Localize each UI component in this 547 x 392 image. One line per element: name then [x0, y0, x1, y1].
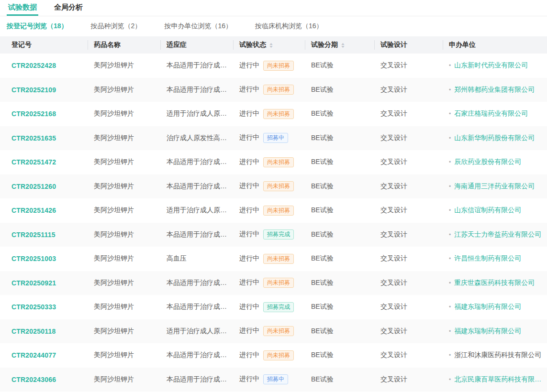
- sponsor-link[interactable]: 石家庄格瑞药业有限公司: [454, 109, 528, 117]
- sponsor-link[interactable]: 重庆世森医药科技有限公司: [454, 279, 535, 286]
- sponsor-link[interactable]: 许昌恒生制药有限公司: [454, 254, 521, 262]
- bullet-icon: •: [449, 62, 451, 69]
- sponsor-link[interactable]: 山东新华制药股份有限公司: [454, 134, 535, 142]
- bullet-icon: •: [449, 304, 451, 310]
- subtab-by-sponsor[interactable]: 按申办单位浏览（16）: [164, 22, 232, 31]
- drug-name-cell: 美阿沙坦钾片: [88, 351, 160, 359]
- design-text: 交叉设计: [380, 61, 407, 69]
- indication-cell: 适用于治疗成人原…: [160, 327, 233, 336]
- sponsor-link[interactable]: 福建东瑞制药有限公司: [454, 303, 521, 310]
- sponsor-cell: •山东新华制药股份有限公司: [443, 134, 547, 142]
- phase-text: BE试验: [311, 109, 334, 117]
- header-trial-design: 试验设计: [374, 36, 443, 54]
- sponsor-link[interactable]: 山东新时代药业有限公司: [454, 61, 528, 69]
- sponsor-cell: •许昌恒生制药有限公司: [443, 254, 547, 263]
- status-cell: 进行中招募中: [233, 133, 305, 143]
- status-cell: 进行中尚未招募: [233, 85, 305, 95]
- sponsor-link[interactable]: 郑州韩都药业集团有限公司: [454, 86, 535, 93]
- bullet-icon: •: [449, 255, 451, 262]
- drug-name: 美阿沙坦钾片: [94, 86, 134, 93]
- sponsor-link[interactable]: 山东信谊制药有限公司: [454, 206, 521, 214]
- phase-cell: BE试验: [305, 303, 374, 311]
- subtab-by-registration[interactable]: 按登记号浏览（18）: [7, 22, 68, 31]
- design-cell: 交叉设计: [374, 86, 443, 94]
- registration-link[interactable]: CTR20251635: [11, 134, 56, 142]
- design-cell: 交叉设计: [374, 375, 443, 384]
- sponsor-link[interactable]: 江苏天士力帝益药业有限公司: [454, 230, 541, 238]
- design-text: 交叉设计: [380, 230, 407, 238]
- table-row: CTR20250333 美阿沙坦钾片 本品适用于治疗成… 进行中招募完成 BE试…: [0, 295, 547, 319]
- subtab-by-institution[interactable]: 按临床机构浏览（16）: [255, 22, 323, 31]
- bullet-icon: •: [449, 183, 451, 190]
- registration-link[interactable]: CTR20244077: [11, 351, 56, 359]
- indication-cell: 适用于治疗成人原…: [160, 109, 233, 118]
- phase-cell: BE试验: [305, 327, 374, 336]
- sponsor-link[interactable]: 海南通用三洋药业有限公司: [454, 182, 535, 190]
- sort-icon[interactable]: ▲ ▼: [341, 43, 345, 48]
- registration-link[interactable]: CTR20243066: [11, 376, 56, 383]
- table-row: CTR20250118 美阿沙坦钾片 适用于治疗成人原… 进行中尚未招募 BE试…: [0, 319, 547, 344]
- indication-cell: 适用于治疗成人原…: [160, 206, 233, 215]
- subtab-by-variety[interactable]: 按品种浏览（2）: [91, 22, 142, 31]
- status-badge: 尚未招募: [263, 109, 294, 119]
- tab-global-analysis[interactable]: 全局分析: [53, 0, 84, 16]
- status-text: 进行中: [239, 61, 259, 69]
- design-cell: 交叉设计: [374, 279, 443, 287]
- tab-trial-data[interactable]: 试验数据: [7, 0, 38, 16]
- registration-link[interactable]: CTR20252428: [11, 62, 56, 69]
- sponsor-link[interactable]: 辰欣药业股份有限公司: [454, 158, 521, 165]
- indication-cell: 本品适用于治疗成…: [160, 279, 233, 287]
- sponsor-cell: •福建东瑞制药有限公司: [443, 327, 547, 336]
- sponsor-link[interactable]: 福建东瑞制药有限公司: [454, 327, 521, 335]
- registration-link[interactable]: CTR20251426: [11, 207, 56, 214]
- indication-text: 本品适用于治疗成…: [167, 158, 227, 165]
- phase-text: BE试验: [311, 61, 334, 69]
- registration-link[interactable]: CTR20250921: [11, 279, 56, 287]
- sponsor-cell: •江苏天士力帝益药业有限公司: [443, 230, 547, 239]
- registration-link[interactable]: CTR20250118: [11, 327, 56, 335]
- registration-link[interactable]: CTR20251115: [11, 231, 56, 239]
- drug-name-cell: 美阿沙坦钾片: [88, 327, 160, 336]
- header-label: 药品名称: [94, 41, 121, 49]
- phase-cell: BE试验: [305, 86, 374, 94]
- table-row: CTR20250921 美阿沙坦钾片 本品适用于治疗成… 进行中尚未招募 BE试…: [0, 271, 547, 295]
- table-row: CTR20252168 美阿沙坦钾片 适用于治疗成人原… 进行中尚未招募 BE试…: [0, 102, 547, 126]
- indication-text: 本品适用于治疗成…: [167, 303, 227, 310]
- drug-name: 美阿沙坦钾片: [94, 182, 134, 190]
- design-cell: 交叉设计: [374, 182, 443, 191]
- indication-cell: 本品适用于治疗成…: [160, 61, 233, 70]
- registration-cell: CTR20251260: [0, 183, 88, 190]
- registration-link[interactable]: CTR20250333: [11, 303, 56, 311]
- phase-cell: BE试验: [305, 230, 374, 239]
- phase-text: BE试验: [311, 182, 334, 190]
- status-cell: 进行中尚未招募: [233, 206, 305, 216]
- sponsor-cell: •海南通用三洋药业有限公司: [443, 182, 547, 191]
- phase-text: BE试验: [311, 327, 334, 335]
- status-text: 进行中: [239, 254, 259, 262]
- drug-name: 美阿沙坦钾片: [94, 254, 134, 262]
- status-badge: 招募完成: [263, 229, 294, 240]
- sort-icon[interactable]: ▲ ▼: [269, 43, 273, 48]
- table-row: CTR20252428 美阿沙坦钾片 本品适用于治疗成… 进行中尚未招募 BE试…: [0, 54, 547, 78]
- sponsor-link[interactable]: 北京民康百草医药科技有限…: [454, 375, 541, 383]
- status-cell: 进行中尚未招募: [233, 278, 305, 288]
- registration-cell: CTR20252428: [0, 62, 88, 69]
- status-cell: 进行中尚未招募: [233, 181, 305, 191]
- drug-name: 美阿沙坦钾片: [94, 230, 134, 238]
- drug-name: 美阿沙坦钾片: [94, 206, 134, 214]
- indication-text: 本品适用于治疗成…: [167, 182, 227, 190]
- registration-link[interactable]: CTR20252168: [11, 110, 56, 118]
- drug-name: 美阿沙坦钾片: [94, 109, 134, 117]
- registration-cell: CTR20251426: [0, 207, 88, 214]
- indication-cell: 本品适用于治疗成…: [160, 230, 233, 239]
- registration-link[interactable]: CTR20252109: [11, 86, 56, 94]
- phase-cell: BE试验: [305, 158, 374, 166]
- indication-cell: 本品适用于治疗成…: [160, 182, 233, 191]
- header-trial-status: 试验状态 ▲ ▼: [233, 36, 305, 54]
- registration-link[interactable]: CTR20251472: [11, 158, 56, 166]
- drug-name-cell: 美阿沙坦钾片: [88, 375, 160, 384]
- registration-link[interactable]: CTR20251260: [11, 183, 56, 190]
- registration-link[interactable]: CTR20251003: [11, 255, 56, 262]
- indication-cell: 治疗成人原发性高…: [160, 134, 233, 142]
- indication-text: 适用于治疗成人原…: [167, 327, 227, 335]
